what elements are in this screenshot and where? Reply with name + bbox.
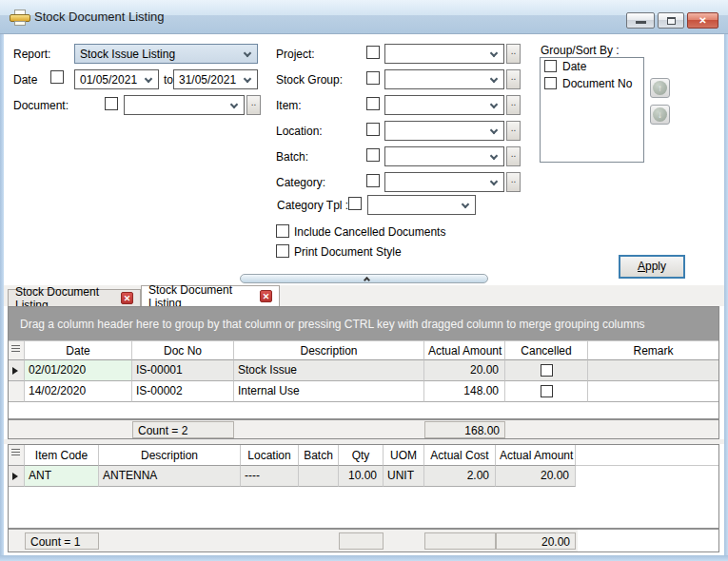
move-down-button[interactable]: ↓ bbox=[650, 105, 670, 125]
restore-button[interactable] bbox=[658, 12, 684, 29]
column-header-actual-amount[interactable]: Actual Amount bbox=[496, 445, 576, 466]
group-sort-item-date[interactable]: Date bbox=[544, 59, 643, 75]
item-combobox[interactable] bbox=[384, 95, 504, 115]
group-by-hint-bar[interactable]: Drag a column header here to group by th… bbox=[9, 307, 718, 341]
column-header-batch[interactable]: Batch bbox=[299, 445, 339, 466]
cell-location[interactable]: ---- bbox=[241, 466, 299, 487]
tab-stock-document-listing-2-active[interactable]: Stock Document Listing ✕ bbox=[141, 285, 280, 306]
category-combobox[interactable] bbox=[384, 172, 504, 192]
stock-document-listing-window: Stock Document Listing ✕ Report: Stock I… bbox=[0, 0, 728, 561]
stock-group-label: Stock Group: bbox=[276, 73, 343, 87]
group-sort-listbox[interactable]: Date Document No bbox=[540, 57, 644, 163]
panel-splitter[interactable] bbox=[240, 274, 488, 283]
cell-remark[interactable] bbox=[588, 381, 718, 402]
titlebar[interactable]: Stock Document Listing ✕ bbox=[0, 0, 728, 34]
cell-description[interactable]: Internal Use bbox=[234, 381, 424, 402]
date-from-value: 01/05/2021 bbox=[80, 73, 137, 87]
document-combobox[interactable] bbox=[124, 95, 245, 115]
cell-date[interactable]: 02/01/2020 bbox=[25, 360, 132, 381]
cell-actual-cost[interactable]: 2.00 bbox=[424, 466, 496, 487]
cell-cancelled[interactable] bbox=[505, 360, 588, 381]
document-browse-button[interactable]: .. bbox=[246, 95, 261, 115]
cell-description[interactable]: ANTENNA bbox=[99, 466, 241, 487]
close-button[interactable]: ✕ bbox=[687, 12, 718, 29]
cell-qty[interactable]: 10.00 bbox=[339, 466, 384, 487]
batch-combobox[interactable] bbox=[384, 146, 504, 166]
row-indicator-header[interactable] bbox=[9, 341, 25, 360]
batch-checkbox[interactable] bbox=[366, 148, 380, 162]
date-to-word: to bbox=[164, 73, 173, 87]
window-title: Stock Document Listing bbox=[34, 10, 165, 24]
cell-uom[interactable]: UNIT bbox=[384, 466, 424, 487]
category-checkbox[interactable] bbox=[366, 174, 380, 187]
date-checkbox[interactable] bbox=[50, 70, 64, 84]
cancelled-checkbox[interactable] bbox=[541, 364, 553, 377]
tab-stock-document-listing-1[interactable]: Stock Document Listing ✕ bbox=[8, 289, 141, 306]
column-header-cancelled[interactable]: Cancelled bbox=[505, 341, 588, 360]
tab-close-icon[interactable]: ✕ bbox=[121, 292, 133, 304]
cell-description[interactable]: Stock Issue bbox=[234, 360, 424, 381]
minimize-button[interactable] bbox=[626, 12, 655, 29]
item-checkbox[interactable] bbox=[366, 97, 380, 110]
stock-group-combobox[interactable] bbox=[384, 69, 504, 89]
group-sort-docno-checkbox[interactable] bbox=[544, 77, 557, 89]
chevron-down-icon bbox=[490, 152, 498, 160]
location-combobox[interactable] bbox=[384, 121, 504, 141]
footer-filler bbox=[578, 530, 718, 551]
cell-remark[interactable] bbox=[588, 360, 718, 381]
group-sort-date-checkbox[interactable] bbox=[544, 60, 557, 72]
batch-browse-button[interactable]: .. bbox=[506, 146, 521, 166]
column-header-remark[interactable]: Remark bbox=[588, 341, 718, 360]
document-label: Document: bbox=[13, 99, 69, 112]
tab-close-icon[interactable]: ✕ bbox=[260, 290, 272, 302]
cell-actual-amount[interactable]: 20.00 bbox=[424, 360, 505, 381]
location-browse-button[interactable]: .. bbox=[506, 121, 521, 141]
cell-item-code[interactable]: ANT bbox=[25, 466, 99, 487]
apply-button[interactable]: Apply bbox=[619, 255, 685, 279]
cell-doc-no[interactable]: IS-00002 bbox=[132, 381, 234, 402]
column-header-description[interactable]: Description bbox=[234, 341, 424, 360]
column-header-doc-no[interactable]: Doc No bbox=[132, 341, 234, 360]
date-from-picker[interactable]: 01/05/2021 bbox=[74, 69, 159, 89]
column-header-actual-cost[interactable]: Actual Cost bbox=[424, 445, 496, 466]
stock-group-checkbox[interactable] bbox=[366, 71, 380, 85]
column-header-item-code[interactable]: Item Code bbox=[25, 445, 99, 466]
column-header-uom[interactable]: UOM bbox=[384, 445, 424, 466]
column-header-actual-amount[interactable]: Actual Amount bbox=[424, 341, 505, 360]
row-indicator-header[interactable] bbox=[9, 445, 25, 466]
include-cancelled-checkbox[interactable] bbox=[276, 224, 289, 238]
table-row[interactable]: 02/01/2020 IS-00001 Stock Issue 20.00 bbox=[9, 360, 718, 381]
category-browse-button[interactable]: .. bbox=[506, 172, 521, 192]
cell-doc-no[interactable]: IS-00001 bbox=[132, 360, 234, 381]
project-checkbox[interactable] bbox=[366, 46, 380, 59]
table-row[interactable]: ANT ANTENNA ---- 10.00 UNIT 2.00 20.00 bbox=[9, 466, 718, 487]
table-row[interactable]: 14/02/2020 IS-00002 Internal Use 148.00 bbox=[9, 381, 718, 402]
project-browse-button[interactable]: .. bbox=[506, 44, 521, 64]
document-checkbox[interactable] bbox=[105, 97, 118, 110]
column-header-description[interactable]: Description bbox=[99, 445, 241, 466]
cell-actual-amount[interactable]: 148.00 bbox=[424, 381, 505, 402]
cancelled-checkbox[interactable] bbox=[541, 385, 553, 397]
column-header-location[interactable]: Location bbox=[241, 445, 299, 466]
cell-cancelled[interactable] bbox=[505, 381, 588, 402]
apply-label-rest: pply bbox=[645, 260, 666, 273]
items-grid: Item Code Description Location Batch Qty… bbox=[8, 444, 719, 552]
cell-actual-amount[interactable]: 20.00 bbox=[496, 466, 576, 487]
group-sort-item-document-no[interactable]: Document No bbox=[544, 76, 643, 92]
move-up-button[interactable]: ↑ bbox=[650, 78, 670, 98]
category-tpl-combobox[interactable] bbox=[367, 195, 476, 215]
report-combobox[interactable]: Stock Issue Listing bbox=[74, 44, 258, 64]
stock-group-browse-button[interactable]: .. bbox=[506, 69, 521, 89]
documents-grid-header: Date Doc No Description Actual Amount Ca… bbox=[9, 341, 718, 360]
print-style-checkbox[interactable] bbox=[276, 244, 289, 258]
column-header-date[interactable]: Date bbox=[25, 341, 132, 360]
cell-batch[interactable] bbox=[299, 466, 339, 487]
location-checkbox[interactable] bbox=[366, 123, 380, 136]
footer-count: Count = 1 bbox=[25, 532, 99, 550]
date-to-picker[interactable]: 31/05/2021 bbox=[173, 69, 258, 89]
cell-date[interactable]: 14/02/2020 bbox=[25, 381, 132, 402]
column-header-qty[interactable]: Qty bbox=[339, 445, 384, 466]
item-browse-button[interactable]: .. bbox=[506, 95, 521, 115]
category-tpl-checkbox[interactable] bbox=[348, 197, 362, 210]
project-combobox[interactable] bbox=[384, 44, 504, 64]
